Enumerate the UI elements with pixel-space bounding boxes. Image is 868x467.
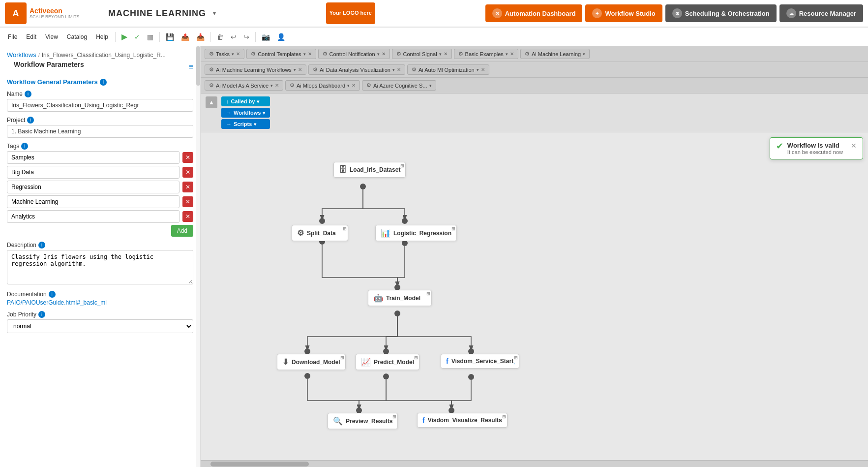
preview-results-expand-icon[interactable]: ⊞ [392,414,396,419]
split-data-expand-icon[interactable]: ⊞ [343,226,347,231]
tab-dropdown-icon[interactable]: ▾ [429,83,432,88]
menu-view[interactable]: View [41,31,62,42]
tab-dropdown-icon[interactable]: ▾ [294,67,296,72]
undo-button[interactable]: ↩ [228,31,239,43]
tag-input-4[interactable] [7,210,180,223]
visdom-viz-expand-icon[interactable]: ⊞ [502,414,506,419]
check-button[interactable]: ✓ [131,31,143,43]
tag-remove-button-0[interactable]: ✕ [182,152,193,163]
menu-edit[interactable]: Edit [22,31,40,42]
camera-button[interactable]: 📷 [259,31,273,43]
node-predict-model[interactable]: 📈 Predict_Model ⊞ [356,354,419,370]
workflows-button[interactable]: → Workflows ▾ [221,108,270,118]
valid-toast-close-icon[interactable]: ✕ [851,142,857,150]
tag-input-0[interactable] [7,151,180,164]
automation-dashboard-btn[interactable]: ⊙ Automation Dashboard [485,4,583,22]
menu-catalog[interactable]: Catalog [63,31,91,42]
priority-select[interactable]: normal high low idle highest [7,319,193,333]
node-load-iris-dataset[interactable]: 🗄 Load_Iris_Dataset ⊞ [333,162,406,178]
tab-dropdown-icon[interactable]: ▾ [439,52,442,57]
list-view-icon[interactable]: ≡ [189,62,193,71]
project-info-icon[interactable]: i [27,117,34,124]
tab-chip-basic-examples[interactable]: ⚙ Basic Examples ▾ ✕ [454,49,518,59]
train-model-expand-icon[interactable]: ⊞ [426,291,430,296]
tab-dropdown-icon[interactable]: ▾ [583,52,585,57]
save-button[interactable]: 💾 [163,31,177,43]
tag-remove-button-3[interactable]: ✕ [182,196,193,207]
node-visdom-service-start[interactable]: f Visdom_Service_Start ⊞ → [441,354,519,369]
add-tag-button[interactable]: Add [171,225,193,237]
documentation-info-icon[interactable]: i [49,291,56,298]
import-button[interactable]: 📥 [193,31,208,43]
tag-remove-button-4[interactable]: ✕ [182,211,193,222]
tab-dropdown-icon[interactable]: ▾ [347,83,350,88]
tab-chip-control-notification[interactable]: ⚙ Control Notification ▾ ✕ [318,49,390,59]
tab-chip-ai-azure-cognitive-s...[interactable]: ⚙ Ai Azure Cognitive S... ▾ [362,80,436,91]
tag-remove-button-2[interactable]: ✕ [182,182,193,192]
tags-info-icon[interactable]: i [21,143,28,150]
tab-chip-tasks[interactable]: ⚙ Tasks ▾ ✕ [205,49,244,59]
description-textarea[interactable]: Classify Iris flowers using the logistic… [7,250,193,284]
tag-input-3[interactable] [7,195,180,208]
workflow-canvas[interactable]: ✔ Workflow is valid It can be executed n… [201,132,868,460]
tab-dropdown-icon[interactable]: ▾ [303,52,306,57]
download-model-expand-icon[interactable]: ⊞ [340,355,344,360]
tab-chip-ai-machine-learning-workflows[interactable]: ⚙ Ai Machine Learning Workflows ▾ ✕ [205,64,306,75]
left-panel-scrollbar[interactable] [196,46,200,467]
tab-dropdown-icon[interactable]: ▾ [270,83,273,88]
tab-close-icon[interactable]: ✕ [298,67,302,72]
tab-close-icon[interactable]: ✕ [397,67,401,72]
predict-model-expand-icon[interactable]: ⊞ [414,355,418,360]
table-button[interactable]: ▦ [144,31,156,43]
resource-manager-btn[interactable]: ☁ Resource Manager [779,4,863,22]
tag-remove-button-1[interactable]: ✕ [182,167,193,178]
node-logistic-regression[interactable]: 📊 Logistic_Regression ⊞ [375,225,457,241]
node-visdom-visualize-results[interactable]: f Visdom_Visualize_Results ⊞ [417,413,508,428]
visdom-start-expand-icon[interactable]: ⊞ [514,355,518,360]
canvas-horizontal-scrollbar[interactable] [201,460,868,467]
title-dropdown-arrow[interactable]: ▾ [213,10,216,17]
project-input[interactable] [7,125,193,138]
tab-close-icon[interactable]: ✕ [481,67,485,72]
menu-help[interactable]: Help [92,31,112,42]
priority-info-icon[interactable]: i [38,311,45,318]
documentation-link[interactable]: PAIO/PAIOUserGuide.html#_basic_ml [7,299,107,306]
tab-chip-ai-data-analysis-visualization[interactable]: ⚙ Ai Data Analysis Visualization ▾ ✕ [308,64,405,75]
tab-close-icon[interactable]: ✕ [382,51,386,57]
tab-close-icon[interactable]: ✕ [444,51,448,57]
called-by-button[interactable]: ↓ Called by ▾ [221,96,270,106]
tag-input-2[interactable] [7,181,180,193]
breadcrumb-workflows-link[interactable]: Workflows [7,51,36,59]
logistic-regression-expand-icon[interactable]: ⊞ [451,226,455,231]
scheduling-btn[interactable]: ⊛ Scheduling & Orchestration [665,4,777,22]
name-input[interactable] [7,99,193,112]
user-button[interactable]: 👤 [274,31,288,43]
node-train-model[interactable]: 🤖 Train_Model ⊞ [368,290,432,306]
node-download-model[interactable]: ⬇ Download_Model ⊞ [277,354,346,370]
tab-chip-ai-auto-ml-optimization[interactable]: ⚙ Ai Auto Ml Optimization ▾ ✕ [407,64,489,75]
description-info-icon[interactable]: i [38,242,45,249]
run-button[interactable]: ▶ [119,30,130,43]
tab-chip-ai-mlops-dashboard[interactable]: ⚙ Ai Mlops Dashboard ▾ ✕ [285,80,360,91]
delete-button[interactable]: 🗑 [214,31,227,43]
scripts-button[interactable]: → Scripts ▾ [221,119,270,129]
tag-input-1[interactable] [7,166,180,179]
workflow-studio-btn[interactable]: ✦ Workflow Studio [585,4,662,22]
load-iris-expand-icon[interactable]: ⊞ [400,163,404,168]
menu-file[interactable]: File [4,31,21,42]
tab-chip-ai-model-as-a-service[interactable]: ⚙ Ai Model As A Service ▾ ✕ [205,80,283,91]
general-params-info-icon[interactable]: i [100,79,107,86]
name-info-icon[interactable]: i [25,91,31,97]
tab-chip-control-signal[interactable]: ⚙ Control Signal ▾ ✕ [392,49,452,59]
tab-dropdown-icon[interactable]: ▾ [506,52,508,57]
tab-dropdown-icon[interactable]: ▾ [232,52,234,57]
node-preview-results[interactable]: 🔍 Preview_Results ⊞ [328,413,398,429]
tab-close-icon[interactable]: ✕ [275,83,279,88]
node-split-data[interactable]: ⚙ Split_Data ⊞ [292,225,348,241]
export-button[interactable]: 📤 [178,31,192,43]
tab-dropdown-icon[interactable]: ▾ [477,67,479,72]
tab-close-icon[interactable]: ✕ [308,51,312,57]
tab-chip-ai-machine-learning[interactable]: ⚙ Ai Machine Learning ▾ [520,49,590,59]
tab-close-icon[interactable]: ✕ [352,83,356,88]
redo-button[interactable]: ↪ [240,31,252,43]
